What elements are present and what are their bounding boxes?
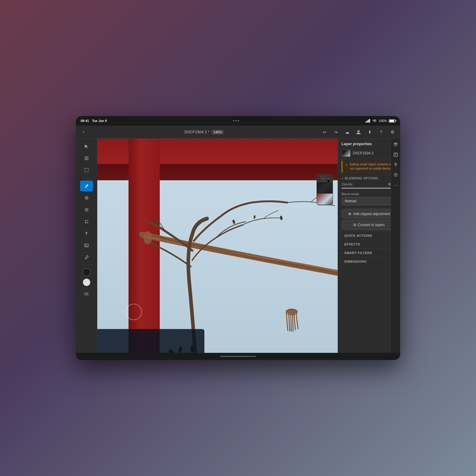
right-panel-wrapper: Layer properties DSCF1504 2 ⚠ Editing sm…	[338, 139, 400, 353]
layers-icon: ⧉	[353, 223, 356, 227]
svg-point-4	[358, 130, 360, 132]
svg-point-24	[232, 219, 236, 224]
crop-tool[interactable]	[80, 216, 93, 227]
filename-label: DSCF1504 2 *	[184, 130, 209, 134]
profile-button[interactable]	[354, 128, 363, 136]
adjustment-icon: ⊕	[348, 212, 351, 216]
battery-icon	[389, 119, 395, 123]
help-button[interactable]: ?	[377, 128, 385, 136]
layers-float-header: + ▸	[317, 175, 333, 182]
canvas-svg	[97, 139, 338, 353]
add-layer-button[interactable]: +	[321, 176, 326, 181]
opacity-slider[interactable]	[342, 188, 397, 189]
zoom-label[interactable]: 145%	[212, 130, 224, 134]
svg-rect-1	[367, 120, 368, 123]
home-bar-indicator	[220, 356, 256, 357]
home-bar	[76, 353, 400, 360]
blend-mode-value: Normal	[345, 199, 356, 203]
effects-chevron: ›	[342, 243, 342, 246]
svg-rect-34	[394, 146, 397, 146]
status-bar: 09:41 Tue Jan 9 100%	[76, 116, 400, 126]
redo-button[interactable]: ↪	[332, 128, 340, 136]
status-dot-3	[238, 120, 239, 121]
layer-name: DSCF1504 2	[353, 151, 373, 155]
brush-size-indicator[interactable]: 56	[83, 292, 90, 296]
selection-tool[interactable]	[80, 165, 93, 176]
layer-thumb-1[interactable]	[317, 182, 333, 194]
smart-filters-chevron: ›	[342, 251, 342, 255]
cloud-button[interactable]: ☁	[343, 128, 351, 136]
opacity-label: Opacity	[342, 182, 353, 186]
expand-icon[interactable]: ▸	[328, 178, 329, 179]
warning-box: ⚠ Editing smart object contents is not s…	[342, 161, 397, 173]
device-frame: 09:41 Tue Jan 9 100%	[76, 116, 400, 360]
blending-chevron: ▾	[342, 177, 343, 180]
main-area: T 56	[76, 139, 400, 353]
svg-rect-3	[369, 119, 370, 123]
warning-icon: ⚠	[345, 163, 348, 167]
layer-thumb-2[interactable]	[317, 194, 333, 205]
layers-panel-icon[interactable]	[392, 141, 399, 148]
text-tool[interactable]: T	[80, 228, 93, 239]
transform-tool[interactable]	[80, 153, 93, 164]
background-color[interactable]	[83, 278, 90, 286]
svg-point-26	[280, 215, 283, 220]
svg-rect-8	[85, 168, 88, 172]
tool-divider-2	[81, 265, 92, 265]
back-button[interactable]: ‹	[79, 128, 88, 136]
blend-mode-dropdown[interactable]: Normal ▾	[342, 197, 397, 205]
eyedropper-tool[interactable]	[80, 252, 93, 263]
canvas-area[interactable]: + ▸	[97, 139, 338, 353]
dimensions-chevron: ›	[342, 260, 342, 263]
settings-button[interactable]: ⚙	[388, 128, 397, 136]
brush-tool[interactable]	[80, 181, 93, 191]
tool-divider-3	[81, 289, 92, 289]
time: 09:41	[81, 119, 89, 123]
left-toolbar: T 56	[76, 139, 97, 353]
svg-rect-33	[394, 144, 397, 145]
quick-actions-label: QUICK ACTIONS	[344, 234, 372, 237]
svg-point-31	[143, 231, 152, 244]
select-tool[interactable]	[80, 141, 93, 152]
svg-point-25	[253, 215, 256, 219]
warning-text: Editing smart object contents is not sup…	[350, 162, 394, 171]
status-dot-2	[236, 120, 237, 121]
smart-filters-label: SMART FILTERS	[344, 251, 372, 255]
svg-rect-2	[368, 120, 369, 123]
status-left: 09:41 Tue Jan 9	[81, 119, 107, 123]
status-dot-1	[233, 120, 234, 121]
more-options-icon[interactable]: ⋯	[392, 181, 399, 189]
effects-label: EFFECTS	[344, 242, 360, 246]
svg-rect-35	[394, 153, 397, 156]
history-panel-icon[interactable]	[392, 171, 399, 178]
date: Tue Jan 9	[92, 119, 107, 123]
blend-mode-label: Blend mode	[342, 192, 397, 196]
tool-divider-1	[81, 178, 92, 178]
clone-tool[interactable]	[80, 204, 93, 215]
image-tool[interactable]	[80, 240, 93, 251]
share-button[interactable]: ⬆	[366, 128, 374, 136]
convert-to-layers-button[interactable]: ⧉ Convert to layers	[342, 220, 397, 230]
svg-rect-0	[366, 121, 367, 123]
foreground-color[interactable]	[83, 268, 90, 276]
app-toolbar: ‹ DSCF1504 2 * 145% ↩ ↪ ☁ ⬆ ? ⚙	[76, 126, 400, 139]
dimensions-label: DIMENSIONS	[344, 260, 367, 263]
right-side-column: ⋯	[391, 139, 400, 353]
svg-point-14	[86, 209, 87, 210]
panel-title: Layer properties	[342, 142, 372, 146]
wifi-icon	[372, 119, 377, 123]
battery-percent: 100%	[379, 119, 387, 123]
blending-options-label: BLENDING OPTIONS	[345, 177, 378, 180]
status-right: 100%	[366, 119, 395, 123]
svg-point-21	[85, 258, 86, 259]
layer-thumbnail	[342, 150, 350, 157]
opacity-slider-fill	[342, 188, 395, 189]
undo-button[interactable]: ↩	[320, 128, 329, 136]
status-center	[233, 120, 239, 121]
properties-panel-icon[interactable]	[392, 151, 399, 158]
svg-rect-19	[85, 244, 88, 247]
adjustments-panel-icon[interactable]	[392, 161, 399, 168]
svg-rect-32	[394, 143, 397, 144]
add-clipped-adjustment-button[interactable]: ⊕ Add clipped adjustment	[342, 209, 397, 219]
heal-tool[interactable]	[80, 192, 93, 203]
